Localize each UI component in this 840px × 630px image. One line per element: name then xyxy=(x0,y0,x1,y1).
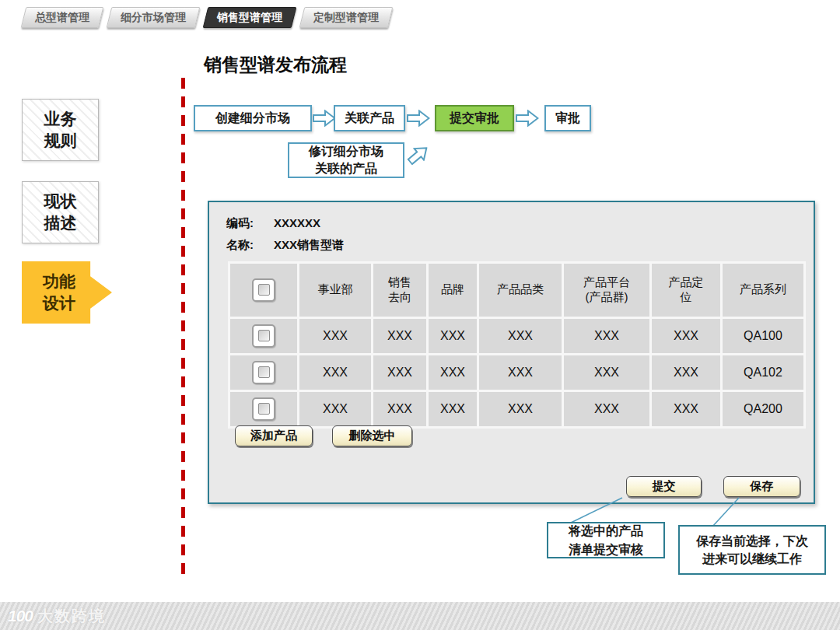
logo-100-icon: 100 xyxy=(8,607,33,625)
flow-arrow-icon xyxy=(407,110,430,127)
checkbox-icon xyxy=(258,330,270,341)
select-all-checkbox[interactable] xyxy=(252,278,275,302)
table-cell: XXX xyxy=(564,392,649,426)
code-value: XXXXXX xyxy=(274,216,320,229)
name-label: 名称: xyxy=(226,238,254,253)
checkbox-icon xyxy=(258,366,270,378)
row-checkbox[interactable] xyxy=(252,361,275,384)
submit-annotation: 将选中的产品 清单提交审核 xyxy=(547,522,665,558)
footer-band: 100 大数跨境 xyxy=(0,602,840,630)
table-cell: XXX xyxy=(429,355,477,390)
tab-general-spectrum[interactable]: 总型谱管理 xyxy=(21,7,104,28)
table-cell: XXX xyxy=(299,319,371,353)
select-all-header-cell xyxy=(230,264,297,317)
logo-text: 大数跨境 xyxy=(37,606,106,627)
red-dashed-divider xyxy=(181,78,185,580)
tab-segment-market[interactable]: 细分市场管理 xyxy=(107,7,201,28)
page-title: 销售型谱发布流程 xyxy=(204,53,347,77)
flow-step-create-segment: 创建细分市场 xyxy=(194,105,312,131)
table-cell: QA100 xyxy=(723,319,803,353)
column-header: 事业部 xyxy=(299,264,371,317)
tab-sales-spectrum-active[interactable]: 销售型谱管理 xyxy=(203,7,297,28)
sales-spectrum-panel: 编码: XXXXXX 名称: XXX销售型谱 事业部 销售 去向 品牌 产品品类… xyxy=(208,201,815,504)
row-select-cell xyxy=(230,355,297,390)
product-table: 事业部 销售 去向 品牌 产品品类 产品平台 (产品群) 产品定 位 产品系列 … xyxy=(228,261,806,429)
flow-step-link-products: 关联产品 xyxy=(334,105,405,131)
column-header: 品牌 xyxy=(429,264,477,317)
sidebar-item-function-design-active[interactable]: 功能 设计 xyxy=(22,261,112,324)
checkbox-icon xyxy=(258,284,270,296)
table-cell: XXX xyxy=(564,319,649,353)
column-header: 销售 去向 xyxy=(373,264,426,317)
table-cell: XXX xyxy=(564,355,649,390)
row-checkbox[interactable] xyxy=(252,397,275,421)
flow-step-approve: 审批 xyxy=(544,105,591,131)
table-cell: XXX xyxy=(479,319,562,353)
flow-arrow-icon xyxy=(516,110,539,127)
flow-arrow-icon xyxy=(313,110,336,127)
table-row: XXX XXX XXX XXX XXX XXX QA102 xyxy=(230,355,803,390)
save-button[interactable]: 保存 xyxy=(723,476,800,497)
add-product-button[interactable]: 添加产品 xyxy=(235,425,313,446)
table-cell: XXX xyxy=(299,392,371,426)
table-cell: QA200 xyxy=(723,392,803,426)
slide-canvas: 总型谱管理 细分市场管理 销售型谱管理 定制型谱管理 业务 规则 现状 描述 功… xyxy=(0,0,840,630)
table-cell: XXX xyxy=(479,392,562,426)
column-header: 产品定 位 xyxy=(652,264,720,317)
table-cell: XXX xyxy=(652,355,720,390)
table-cell: XXX xyxy=(373,319,426,353)
table-cell: XXX xyxy=(373,355,426,390)
column-header: 产品品类 xyxy=(479,264,562,317)
table-cell: XXX xyxy=(479,355,562,390)
flow-step-submit-approval-highlighted: 提交审批 xyxy=(435,105,514,131)
row-select-cell xyxy=(230,392,297,426)
row-checkbox[interactable] xyxy=(252,324,275,348)
tab-label: 细分市场管理 xyxy=(121,11,186,25)
table-cell: XXX xyxy=(429,392,477,426)
submit-button[interactable]: 提交 xyxy=(626,476,702,497)
tab-custom-spectrum[interactable]: 定制型谱管理 xyxy=(299,7,394,28)
code-label: 编码: xyxy=(226,216,254,231)
table-cell: XXX xyxy=(373,392,426,426)
name-value: XXX销售型谱 xyxy=(274,238,344,253)
column-header: 产品系列 xyxy=(723,264,803,317)
tab-label: 定制型谱管理 xyxy=(313,11,379,25)
tab-label: 总型谱管理 xyxy=(35,11,89,25)
save-annotation: 保存当前选择，下次 进来可以继续工作 xyxy=(678,525,826,575)
checkbox-icon xyxy=(258,403,270,415)
row-select-cell xyxy=(230,319,297,353)
table-cell: XXX xyxy=(299,355,371,390)
delete-selected-button[interactable]: 删除选中 xyxy=(332,425,412,446)
table-row: XXX XXX XXX XXX XXX XXX QA100 xyxy=(230,319,803,353)
tab-label: 销售型谱管理 xyxy=(217,11,282,25)
top-tab-bar: 总型谱管理 细分市场管理 销售型谱管理 定制型谱管理 xyxy=(23,7,390,28)
sidebar-item-current-status[interactable]: 现状 描述 xyxy=(22,181,99,243)
table-row: XXX XXX XXX XXX XXX XXX QA200 xyxy=(230,392,803,426)
flow-diagonal-arrow-icon xyxy=(404,141,432,169)
table-cell: QA102 xyxy=(723,355,803,390)
column-header: 产品平台 (产品群) xyxy=(564,264,649,317)
table-cell: XXX xyxy=(429,319,477,353)
flow-step-revise-segment-products: 修订细分市场 关联的产品 xyxy=(288,142,404,178)
sidebar-item-business-rules[interactable]: 业务 规则 xyxy=(22,99,99,161)
table-cell: XXX xyxy=(652,392,720,426)
dashukuajing-logo: 100 大数跨境 xyxy=(8,606,106,627)
table-cell: XXX xyxy=(652,319,720,353)
table-header-row: 事业部 销售 去向 品牌 产品品类 产品平台 (产品群) 产品定 位 产品系列 xyxy=(230,264,803,317)
